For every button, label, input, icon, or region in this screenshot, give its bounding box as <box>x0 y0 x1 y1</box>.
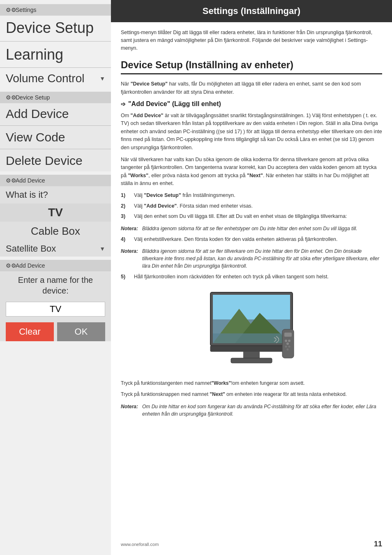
note-2: Notera: Bläddra igenom sidorna för att s… <box>121 247 382 270</box>
footer-text-1: Tryck på funktionstangenten med namnet"W… <box>121 379 382 387</box>
section-intro-text: När "Device Setup" har valts, får Du möj… <box>121 80 382 96</box>
step-3-num: 3) <box>121 213 129 220</box>
satellite-box-label: Satellite Box <box>6 243 56 254</box>
svg-point-16 <box>287 349 289 351</box>
main-title: Settings (Inställningar) <box>203 6 300 16</box>
sidebar-section-add-device-name: ⚙ Add Device Enter a name for the device… <box>0 260 111 341</box>
svg-rect-10 <box>284 333 292 337</box>
step-4-num: 4) <box>121 236 129 243</box>
svg-point-13 <box>286 342 289 345</box>
sidebar-section-device-setup: ⚙ Device Setup Add Device View Code Dele… <box>0 92 111 171</box>
note-bottom-label: Notera: <box>121 403 138 418</box>
divider-2 <box>0 67 111 68</box>
step-2-text: Välj "Add Device". Första sidan med enhe… <box>134 202 253 210</box>
sidebar-item-add-device[interactable]: Add Device <box>0 103 111 125</box>
note-1-body: Bläddra igenom sidorna för att se fler e… <box>142 225 357 232</box>
sidebar-action-buttons: Clear OK <box>6 322 105 341</box>
tv-svg <box>194 288 309 370</box>
gear-icon-4: ⚙ <box>6 262 12 269</box>
step-1-text: Välj "Device Setup" från Inställningsmen… <box>134 192 235 199</box>
step-1-num: 1) <box>121 192 129 199</box>
step-1: 1) Välj "Device Setup" från Inställnings… <box>121 192 382 199</box>
gear-icon-3: ⚙ <box>6 177 12 184</box>
divider-1 <box>0 41 111 42</box>
step-4-text: Välj enhetstillverkare. Den första koden… <box>134 236 337 243</box>
steps-list-2: 4) Välj enhetstillverkare. Den första ko… <box>121 236 382 243</box>
gear-icon-2: ⚙ <box>6 94 12 101</box>
device-name-input[interactable] <box>6 302 105 317</box>
step-5-text: Håll fjärrkontrollen inom räckvidden för… <box>134 273 329 281</box>
note-bottom-body: Om Du inte hittar en kod som fungerar ka… <box>142 403 382 418</box>
sidebar-settings-label: Settings <box>16 7 37 13</box>
intro-paragraph: Settings-menyn tillåter Dig att lägga ti… <box>121 29 382 52</box>
divider-3 <box>0 125 111 126</box>
subsection-body-2: När väl tillverkaren har valts kan Du sö… <box>121 156 382 188</box>
svg-point-12 <box>288 340 291 342</box>
sidebar-item-cable-box[interactable]: Cable Box <box>0 222 111 241</box>
step-2-num: 2) <box>121 202 129 210</box>
sidebar-item-satellite-box[interactable]: Satellite Box ▼ <box>0 241 111 257</box>
note-1: Notera: Bläddra igenom sidorna för att s… <box>121 225 382 232</box>
note-1-label: Notera: <box>121 225 138 232</box>
tv-illustration <box>121 288 382 372</box>
main-content: Settings (Inställningar) Settings-menyn … <box>111 0 392 555</box>
sidebar-header-add-device-2: ⚙ Add Device <box>0 260 111 271</box>
sidebar-header-add-device: ⚙ Add Device <box>0 175 111 186</box>
page-url: www.oneforall.com <box>121 542 159 547</box>
step-3-text: Välj den enhet som Du vill lägga till. E… <box>134 213 347 220</box>
sidebar-item-tv[interactable]: TV <box>0 204 111 222</box>
sidebar-add-device-label: Add Device <box>16 177 45 184</box>
note-bottom: Notera: Om Du inte hittar en kod som fun… <box>121 403 382 418</box>
sidebar-what-is-it: What is it? <box>0 186 111 204</box>
ok-button[interactable]: OK <box>57 322 105 341</box>
svg-rect-8 <box>231 358 272 363</box>
sidebar-header-settings: ⚙ Settings <box>0 4 111 16</box>
sidebar-item-device-setup[interactable]: Device Setup <box>0 16 111 40</box>
step-4: 4) Välj enhetstillverkare. Den första ko… <box>121 236 382 243</box>
note-2-label: Notera: <box>121 247 138 270</box>
section-title-device-setup: Device Setup (Inställning av enheter) <box>121 59 382 74</box>
sidebar-item-delete-device[interactable]: Delete Device <box>0 150 111 171</box>
page-number: 11 <box>374 540 382 548</box>
step-5: 5) Håll fjärrkontrollen inom räckvidden … <box>121 273 382 281</box>
arrow-right-icon: ➩ <box>121 101 126 107</box>
footer-text-2: Tryck på funktionsknappen med namnet "Ne… <box>121 391 382 398</box>
step-3: 3) Välj den enhet som Du vill lägga till… <box>121 213 382 220</box>
main-body: Settings-menyn tillåter Dig att lägga ti… <box>111 22 392 428</box>
gear-icon: ⚙ <box>6 7 12 13</box>
svg-point-14 <box>285 346 287 348</box>
sidebar-section-main: ⚙ Settings Device Setup Learning Volume … <box>0 4 111 88</box>
step-5-num: 5) <box>121 273 129 281</box>
sidebar-item-volume-control[interactable]: Volume Control ▼ <box>0 69 111 88</box>
sidebar-item-view-code[interactable]: View Code <box>0 127 111 148</box>
sidebar-section-add-device-type: ⚙ Add Device What is it? TV Cable Box Sa… <box>0 175 111 257</box>
page-footer: www.oneforall.com 11 <box>111 540 392 548</box>
sidebar-item-learning[interactable]: Learning <box>0 42 111 67</box>
subsection-title-add-device: ➩ "Add Device" (Lägg till enhet) <box>121 100 382 108</box>
sidebar-enter-name-label: Enter a name for the device: <box>0 271 111 299</box>
sidebar-add-device-label-2: Add Device <box>16 262 45 269</box>
clear-button[interactable]: Clear <box>6 322 54 341</box>
sidebar: ⚙ Settings Device Setup Learning Volume … <box>0 0 111 555</box>
sidebar-header-device-setup: ⚙ Device Setup <box>0 92 111 103</box>
svg-rect-6 <box>210 346 293 352</box>
svg-rect-2 <box>213 295 290 319</box>
svg-point-11 <box>285 340 287 342</box>
note-2-body: Bläddra igenom sidorna för att se fler t… <box>142 247 382 270</box>
step-2: 2) Välj "Add Device". Första sidan med e… <box>121 202 382 210</box>
chevron-down-icon: ▼ <box>99 75 105 82</box>
steps-list-3: 5) Håll fjärrkontrollen inom räckvidden … <box>121 273 382 281</box>
chevron-down-icon-2: ▼ <box>99 245 105 252</box>
divider-4 <box>0 149 111 149</box>
subsection-body-1: Om "Add Device" är valt är tillvägagångs… <box>121 112 382 152</box>
svg-rect-7 <box>243 352 260 358</box>
subsection-label: "Add Device" (Lägg till enhet) <box>128 100 221 108</box>
svg-point-15 <box>288 346 291 348</box>
main-header: Settings (Inställningar) <box>111 0 392 22</box>
volume-control-label: Volume Control <box>6 72 84 85</box>
sidebar-device-setup-label: Device Setup <box>16 94 50 101</box>
steps-list: 1) Välj "Device Setup" från Inställnings… <box>121 192 382 220</box>
